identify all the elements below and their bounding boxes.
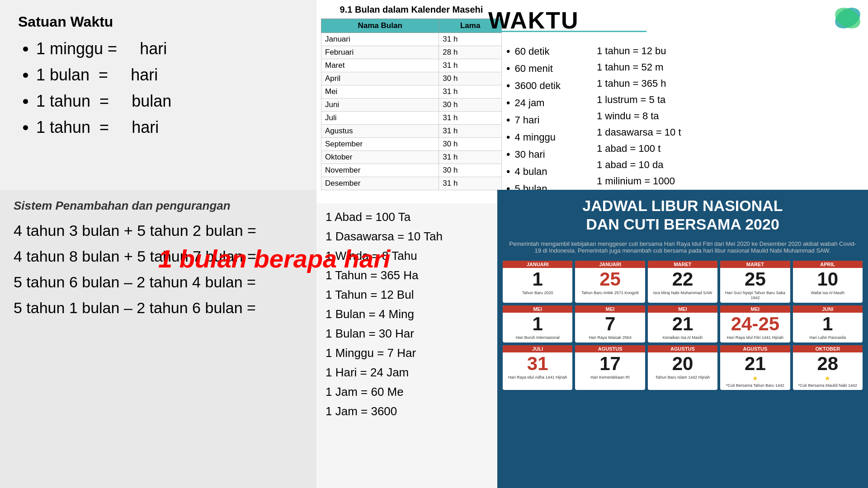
list-item: 1 tahun = bulan [36, 92, 298, 111]
cal-day-desc: Hari Raya Idul Adha 1441 Hijriah [503, 374, 572, 382]
equation-1: 4 tahun 3 bulan + 5 tahun 2 bulan = [14, 222, 303, 239]
cal-day-desc: Hari Suci Nyepi Tahun Baru Saka 1942 [720, 290, 790, 303]
bottom-left-panel: Sistem Penambahan dan pengurangan 4 tahu… [0, 190, 316, 488]
cal-month-label: MEI [720, 305, 790, 313]
calendar-item: JULI 31 Hari Raya Idul Adha 1441 Hijriah [503, 345, 572, 390]
equiv-row: 1 dasawarsa = 10 t [597, 127, 868, 138]
bullet-text: 60 menit [514, 63, 552, 75]
cal-day-desc: Isra Miraj Nabi Muhammad SAW [648, 290, 717, 298]
cal-day-num: 21 [720, 352, 790, 374]
cal-day-desc: Hari Lahir Pancasila [793, 334, 863, 343]
table-row: Juni30 h [321, 99, 502, 112]
calendar-item: OKTOBER 28 ★ *Cuti Bersama Maulid Nabi 1… [793, 345, 863, 390]
cal-day-desc: Wafat Isa Al Masih [793, 290, 863, 298]
month-name: Desember [321, 177, 439, 190]
table-row: Oktober31 h [321, 151, 502, 164]
cal-month-label: AGUSTUS [575, 345, 645, 352]
overlay-text-container: 1 bulan berapa hari [158, 244, 391, 273]
star-icon: ★ [825, 375, 830, 382]
month-name: September [321, 138, 439, 151]
bullet-text: 24 jam [514, 97, 544, 109]
month-name: Februari [321, 46, 439, 59]
cal-day-num: 21 [648, 313, 717, 334]
svg-point-1 [832, 4, 863, 33]
table-row: April30 h [321, 72, 502, 85]
calendar-item: APRIL 10 Wafat Isa Al Masih [793, 261, 863, 303]
month-days: 31 h [439, 112, 502, 125]
star-icon: ★ [752, 375, 758, 382]
cal-month-label: AGUSTUS [648, 345, 717, 352]
month-days: 31 h [439, 151, 502, 164]
bullet-dot: • [506, 97, 510, 109]
month-name: November [321, 164, 439, 177]
cal-day-desc: Tahun Baru 2020 [503, 290, 572, 298]
table-row: September30 h [321, 138, 502, 151]
list-item: 1 tahun = hari [36, 118, 298, 137]
cal-day-desc: Kenaikan Isa Al Masih [648, 334, 717, 343]
cal-day-num: 25 [720, 268, 790, 290]
calendar-grid: JANUARI 1 Tahun Baru 2020 JANUARI 25 Tah… [497, 256, 868, 395]
jadwal-desc: Pemerintah mengambil kebijakan menggeser… [497, 238, 868, 256]
logo-icon [832, 2, 863, 34]
cal-day-num: 25 [575, 268, 645, 290]
bullet-dot: • [506, 114, 510, 127]
month-days: 30 h [439, 138, 502, 151]
month-name: Oktober [321, 151, 439, 164]
month-days: 31 h [439, 59, 502, 72]
equiv-row: 1 tahun = 52 m [597, 61, 868, 73]
conversion-row: 1 Tahun = 12 Bul [326, 288, 497, 302]
cal-day-num: 1 [793, 313, 863, 334]
cal-month-label: OKTOBER [793, 345, 863, 352]
month-days: 28 h [439, 46, 502, 59]
cal-month-label: MEI [648, 305, 717, 313]
conversion-row: 1 Bulan = 4 Ming [326, 307, 497, 321]
bullet-text: 7 hari [514, 114, 539, 126]
cal-month-label: JANUARI [503, 261, 572, 268]
cal-day-desc: Hari Raya Waisak 2564 [575, 334, 645, 343]
satuan-waktu-list: 1 minggu = hari 1 bulan = hari 1 tahun =… [18, 39, 298, 137]
cal-day-num: 17 [575, 352, 645, 374]
cal-day-num: 31 [503, 352, 572, 374]
month-name: Juni [321, 99, 439, 112]
month-name: April [321, 72, 439, 85]
conversion-row: 1 Jam = 3600 [326, 404, 497, 418]
equiv-row: 1 windu = 8 ta [597, 110, 868, 122]
calendar-item: MARET 22 Isra Miraj Nabi Muhammad SAW [648, 261, 717, 303]
cal-month-label: MARET [720, 261, 790, 268]
logo-area [778, 0, 868, 36]
list-item: 1 bulan = hari [36, 66, 298, 84]
table-row: Mei31 h [321, 85, 502, 99]
calendar-item: AGUSTUS 17 Hari Kemerdekaan RI [575, 345, 645, 390]
cal-month-label: JULI [503, 345, 572, 352]
cal-month-label: MARET [648, 261, 717, 268]
calendar-item: JANUARI 25 Tahun Baru Imlek 2571 Kongzil… [575, 261, 645, 303]
cal-day-num: 1 [503, 268, 572, 290]
month-table: Nama Bulan Lama Januari31 hFebruari28 hM… [321, 19, 502, 190]
bullet-text: 3600 detik [514, 80, 561, 92]
table-row: Agustus31 h [321, 125, 502, 138]
bullet-text: 30 hari [514, 149, 545, 160]
cal-month-label: JANUARI [575, 261, 645, 268]
equation-4: 5 tahun 1 bulan – 2 tahun 6 bulan = [14, 299, 303, 317]
bullet-text: 60 detik [514, 46, 549, 57]
cal-day-desc: Hari Raya Idul Fitri 1441 Hijriah [720, 334, 790, 343]
table-row: Juli31 h [321, 112, 502, 125]
calendar-item: MEI 7 Hari Raya Waisak 2564 [575, 305, 645, 343]
month-days: 30 h [439, 72, 502, 85]
table-row: Desember31 h [321, 177, 502, 190]
calendar-item: AGUSTUS 21 ★ *Cuti Bersama Tahun Baru 14… [720, 345, 790, 390]
cal-day-num: 1 [503, 313, 572, 334]
table-row: Januari31 h [321, 33, 502, 46]
month-name: Agustus [321, 125, 439, 138]
cal-day-desc: *Cuti Bersama Tahun Baru 1442 [720, 382, 790, 390]
table-row: November30 h [321, 164, 502, 177]
list-item: 1 minggu = hari [36, 39, 298, 58]
jadwal-title: JADWAL LIBUR NASIONAL DAN CUTI BERSAMA 2… [506, 197, 859, 234]
bullet-dot: • [506, 62, 510, 75]
bullet-dot: • [506, 165, 510, 178]
month-name: Mei [321, 85, 439, 99]
satuan-waktu-title: Satuan Waktu [18, 14, 298, 30]
cal-day-num: 7 [575, 313, 645, 334]
calendar-item: MARET 25 Hari Suci Nyepi Tahun Baru Saka… [720, 261, 790, 303]
calendar-item: MEI 24-25 Hari Raya Idul Fitri 1441 Hijr… [720, 305, 790, 343]
